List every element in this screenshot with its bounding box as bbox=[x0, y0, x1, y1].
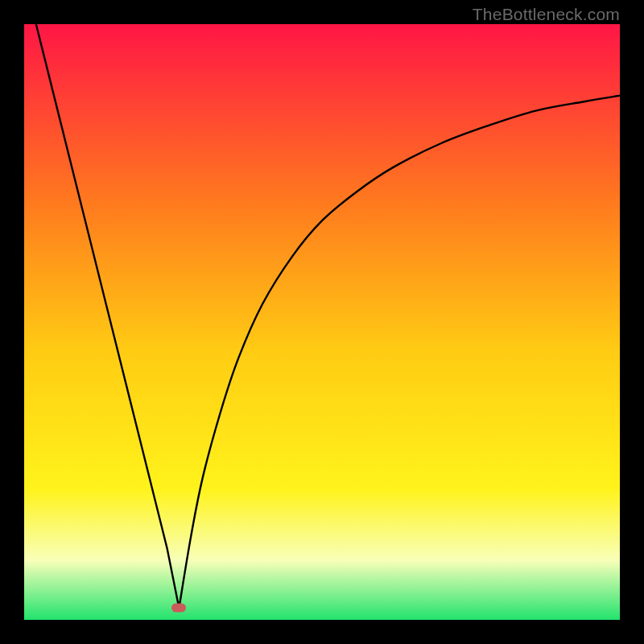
gradient-background bbox=[24, 24, 620, 620]
chart-frame bbox=[24, 24, 620, 620]
minimum-marker bbox=[171, 604, 186, 613]
watermark-text: TheBottleneck.com bbox=[473, 5, 620, 24]
chart-svg bbox=[24, 24, 620, 620]
